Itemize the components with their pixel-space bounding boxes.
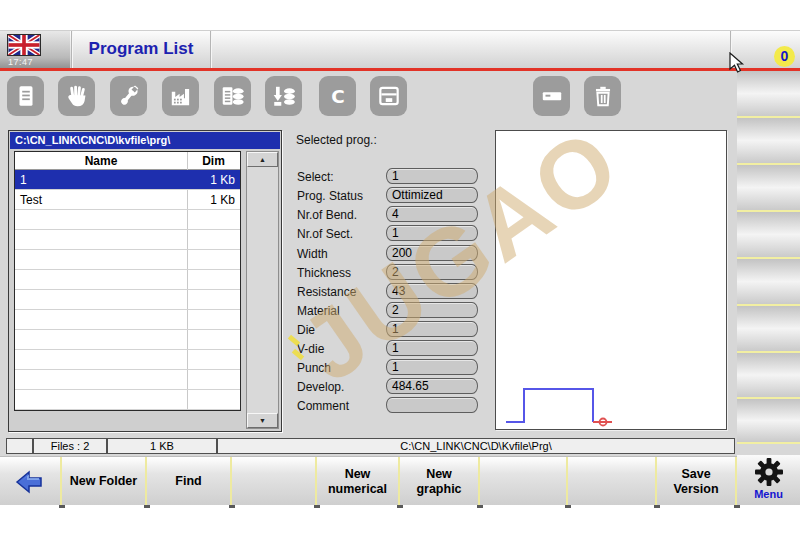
field-thickness-value[interactable]: 2 — [386, 264, 478, 280]
language-cell[interactable]: 17:47 — [0, 31, 70, 69]
rename-card-icon[interactable] — [533, 76, 570, 116]
field-v-die: V-die 1 — [296, 340, 486, 358]
file-table-header: Name Dim — [15, 152, 240, 170]
bottom-blank-button[interactable] — [480, 457, 568, 506]
svg-text:C: C — [331, 86, 345, 107]
file-table: Name Dim 1 1 Kb Test 1 Kb — [14, 151, 241, 411]
back-arrow-icon — [14, 469, 46, 495]
separator-tick — [59, 505, 65, 508]
file-row-empty[interactable] — [15, 230, 240, 250]
save-version-button[interactable]: Save Version — [657, 457, 737, 506]
file-row-empty[interactable] — [15, 250, 240, 270]
status-files-count: Files : 2 — [33, 438, 107, 454]
mouse-cursor-icon — [729, 52, 745, 74]
scroll-up-button[interactable]: ▲ — [247, 152, 278, 167]
new-graphic-button[interactable]: New graphic — [400, 457, 480, 506]
separator-tick — [229, 505, 235, 508]
bottom-button-bar: New Folder Find New numerical New graphi… — [0, 456, 800, 505]
separator-tick — [734, 505, 740, 508]
file-panel-path: C:\CN_LINK\CNC\D\kvfile\prg\ — [10, 132, 280, 149]
field-width-value[interactable]: 200 — [386, 245, 478, 261]
status-blank-box — [6, 438, 33, 454]
back-button[interactable] — [0, 457, 62, 506]
bend-profile-drawing — [496, 131, 726, 429]
header-bar: 17:47 Program List — [0, 30, 800, 68]
bottom-blank-button[interactable] — [232, 457, 317, 506]
field-v-die-value[interactable]: 1 — [386, 340, 478, 356]
separator-tick — [477, 505, 483, 508]
field-width: Width 200 — [296, 245, 486, 263]
import-database-icon[interactable] — [265, 76, 302, 116]
field-nr-of-sect: Nr.of Sect. 1 — [296, 225, 486, 243]
clock-time: 17:47 — [8, 57, 33, 67]
field-develop: Develop. 484.65 — [296, 378, 486, 396]
file-row-selected[interactable]: 1 1 Kb — [15, 170, 240, 190]
field-develop-value[interactable]: 484.65 — [386, 378, 478, 394]
field-material: Material 2 — [296, 302, 486, 320]
field-punch: Punch 1 — [296, 359, 486, 377]
new-folder-button[interactable]: New Folder — [62, 457, 147, 506]
file-row-empty[interactable] — [15, 350, 240, 370]
field-nr-of-bend: Nr.of Bend. 4 — [296, 206, 486, 224]
machine-factory-icon[interactable] — [162, 76, 199, 116]
field-die-value[interactable]: 1 — [386, 321, 478, 337]
file-row-empty[interactable] — [15, 370, 240, 390]
new-numerical-button[interactable]: New numerical — [317, 457, 400, 506]
counter-badge: 0 — [774, 46, 795, 67]
field-comment-value[interactable] — [386, 397, 478, 413]
find-button[interactable]: Find — [147, 457, 232, 506]
menu-button[interactable]: Menu — [737, 455, 800, 505]
softkey-column — [737, 71, 800, 455]
field-prog-status-value[interactable]: Ottimized — [386, 187, 478, 203]
softkey-blank[interactable] — [737, 259, 800, 306]
setup-wrench-icon[interactable] — [110, 76, 147, 116]
selected-prog-heading: Selected prog.: — [296, 133, 377, 147]
delete-trash-icon[interactable] — [584, 76, 621, 116]
file-row-empty[interactable] — [15, 290, 240, 310]
program-database-icon[interactable] — [214, 76, 251, 116]
softkey-blank[interactable] — [737, 399, 800, 444]
separator-tick — [144, 505, 150, 508]
program-list-screen: 17:47 Program List 0 — [0, 0, 800, 533]
page-title: Program List — [72, 39, 210, 59]
field-select: Select: 1 — [296, 168, 486, 186]
softkey-blank[interactable] — [737, 353, 800, 399]
file-row[interactable]: Test 1 Kb — [15, 190, 240, 210]
file-row-empty[interactable] — [15, 390, 240, 410]
field-nr-of-bend-value[interactable]: 4 — [386, 206, 478, 222]
field-nr-of-sect-value[interactable]: 1 — [386, 225, 478, 241]
file-row-empty[interactable] — [15, 330, 240, 350]
scroll-down-button[interactable]: ▼ — [247, 413, 278, 428]
file-row-empty[interactable] — [15, 270, 240, 290]
gear-icon — [754, 457, 784, 487]
softkey-blank[interactable] — [737, 118, 800, 165]
field-die: Die 1 — [296, 321, 486, 339]
status-path: C:\CN_LINK\CNC\D\Kvfile\Prg\ — [217, 438, 735, 454]
separator-tick — [565, 505, 571, 508]
field-material-value[interactable]: 2 — [386, 302, 478, 318]
profile-preview-panel — [495, 130, 727, 430]
header-divider — [210, 31, 211, 69]
field-resistance-value[interactable]: 43 — [386, 283, 478, 299]
clear-c-icon[interactable]: C — [319, 76, 356, 116]
uk-flag-icon — [7, 34, 41, 56]
column-header-dim[interactable]: Dim — [187, 154, 240, 168]
softkey-blank[interactable] — [737, 306, 800, 353]
file-list-scrollbar[interactable]: ▲ ▼ — [246, 151, 279, 429]
program-document-icon[interactable] — [7, 76, 44, 116]
field-punch-value[interactable]: 1 — [386, 359, 478, 375]
field-select-value[interactable]: 1 — [386, 168, 478, 184]
softkey-blank[interactable] — [737, 212, 800, 259]
softkey-blank[interactable] — [737, 71, 800, 118]
manual-hand-icon[interactable] — [58, 76, 95, 116]
field-thickness: Thickness 2 — [296, 264, 486, 282]
status-size: 1 KB — [107, 438, 217, 454]
save-floppy-icon[interactable] — [370, 76, 407, 116]
field-comment: Comment — [296, 397, 486, 415]
file-row-empty[interactable] — [15, 310, 240, 330]
softkey-blank[interactable] — [737, 165, 800, 212]
bottom-blank-button[interactable] — [568, 457, 657, 506]
separator-tick — [654, 505, 660, 508]
file-row-empty[interactable] — [15, 210, 240, 230]
column-header-name[interactable]: Name — [15, 154, 187, 168]
